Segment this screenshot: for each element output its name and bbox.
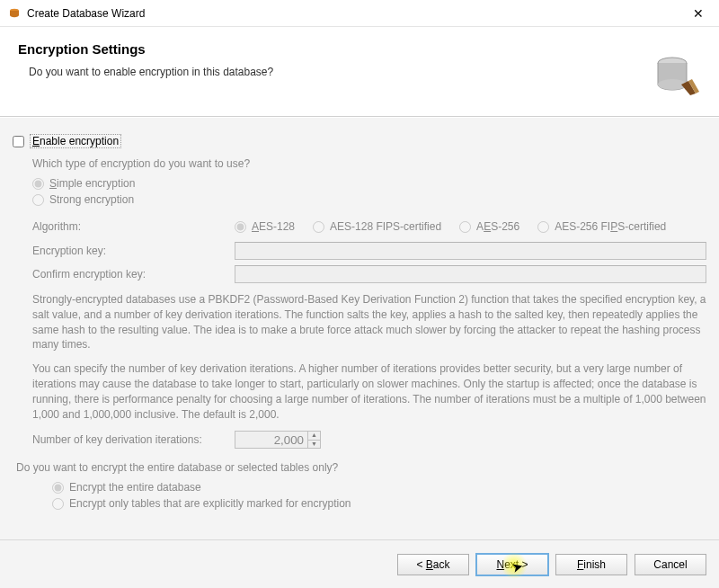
app-icon (7, 6, 22, 21)
algorithm-label: Algorithm: (32, 220, 235, 233)
enable-encryption-row[interactable]: Enable encryption (13, 134, 706, 148)
iterations-label: Number of key derivation iterations: (32, 433, 235, 446)
encrypt-marked-option[interactable]: Encrypt only tables that are explicitly … (52, 497, 706, 510)
confirm-key-label: Confirm encryption key: (32, 268, 235, 281)
encryption-scope-question: Do you want to encrypt the entire databa… (16, 461, 706, 474)
algorithm-row: Algorithm: AES-128 AES-128 FIPS-certifie… (32, 220, 706, 233)
description-paragraph-1: Strongly-encrypted databases use a PBKDF… (32, 292, 706, 352)
encryption-key-row: Encryption key: (32, 242, 706, 260)
spinner-down-icon[interactable]: ▼ (308, 441, 320, 449)
confirm-key-row: Confirm encryption key: (32, 265, 706, 283)
encrypt-marked-label: Encrypt only tables that are explicitly … (69, 497, 351, 510)
strong-encryption-option[interactable]: Strong encryption (32, 193, 706, 206)
iterations-input[interactable] (235, 432, 307, 448)
iterations-spinner[interactable]: ▲ ▼ (235, 431, 321, 449)
encrypt-entire-radio[interactable] (52, 482, 64, 494)
close-button[interactable]: ✕ (685, 3, 712, 24)
database-graphic-icon (649, 49, 703, 102)
aes-256-fips-option[interactable]: AES-256 FIPS-certified (537, 220, 666, 233)
iterations-row: Number of key derivation iterations: ▲ ▼ (32, 431, 706, 449)
enable-encryption-checkbox[interactable] (13, 136, 24, 147)
scope-options: Encrypt the entire database Encrypt only… (32, 481, 706, 510)
back-button[interactable]: < Back (397, 554, 469, 575)
page-subtitle: Do you want to enable encryption in this… (29, 66, 701, 78)
aes-128-fips-option[interactable]: AES-128 FIPS-certified (313, 220, 441, 233)
spinner-up-icon[interactable]: ▲ (308, 432, 320, 441)
strong-encryption-label: Strong encryption (49, 193, 134, 206)
simple-encryption-label: Simple encryption (49, 177, 135, 190)
aes-256-option[interactable]: AES-256 (459, 220, 519, 233)
strong-encryption-radio[interactable] (32, 194, 44, 206)
aes-128-option[interactable]: AES-128 (235, 220, 295, 233)
encrypt-entire-option[interactable]: Encrypt the entire database (52, 481, 706, 494)
content-panel: Enable encryption Which type of encrypti… (0, 117, 719, 539)
description-paragraph-2: You can specify the number of key deriva… (32, 361, 706, 422)
simple-encryption-option[interactable]: Simple encryption (32, 177, 706, 190)
button-bar: < Back Next > ➤ Finish Cancel (0, 539, 719, 588)
finish-button[interactable]: Finish (555, 554, 627, 575)
next-button[interactable]: Next > ➤ (476, 554, 548, 575)
titlebar: Create Database Wizard ✕ (0, 0, 719, 27)
encryption-key-input[interactable] (235, 242, 706, 260)
algorithm-options: AES-128 AES-128 FIPS-certified AES-256 A… (235, 220, 666, 233)
simple-encryption-radio[interactable] (32, 178, 44, 190)
encrypt-marked-radio[interactable] (52, 498, 64, 510)
page-heading: Encryption Settings (18, 41, 701, 57)
encryption-type-question: Which type of encryption do you want to … (32, 157, 706, 170)
encryption-options-section: Which type of encryption do you want to … (13, 157, 706, 449)
encrypt-entire-label: Encrypt the entire database (69, 481, 201, 494)
wizard-header: Encryption Settings Do you want to enabl… (0, 27, 719, 117)
cancel-button[interactable]: Cancel (635, 554, 706, 575)
confirm-key-input[interactable] (235, 265, 706, 283)
enable-encryption-label[interactable]: Enable encryption (30, 134, 121, 148)
window-title: Create Database Wizard (27, 7, 685, 20)
encryption-key-label: Encryption key: (32, 245, 235, 257)
